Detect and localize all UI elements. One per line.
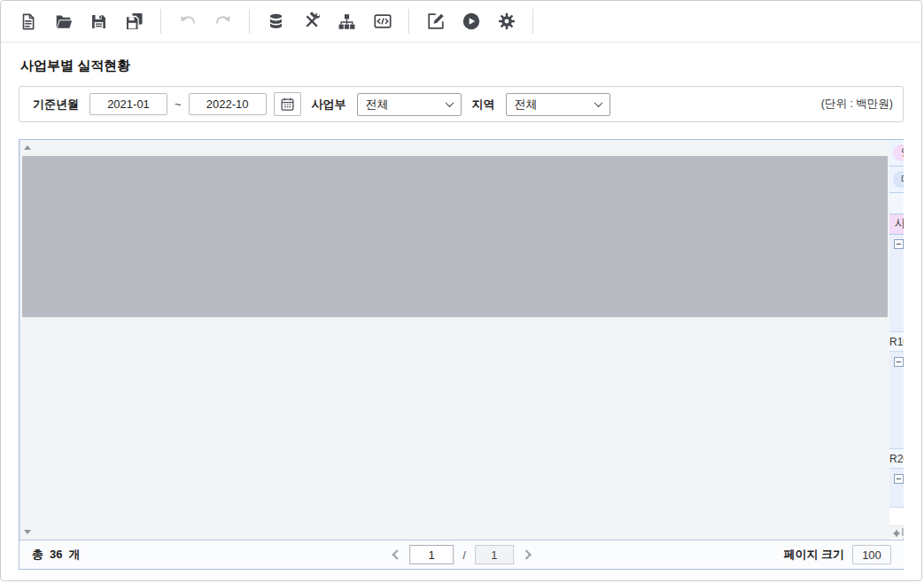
- data-source-button[interactable]: [265, 11, 287, 33]
- collapse-icon[interactable]: [894, 474, 904, 484]
- chevron-down-icon: [445, 98, 454, 107]
- data-table: R100서울사업부계절가전,653,422,151,555,068,639,13…: [889, 235, 904, 509]
- edit-button[interactable]: [424, 11, 446, 33]
- grid-footer: 총 36 개 / 1 페이지 크기: [19, 540, 904, 569]
- table-row: R200중부사업부계절가전,460,693,331,729,702,009,67…: [889, 352, 904, 371]
- period-from-input[interactable]: [89, 93, 167, 115]
- total-count: 총 36 개: [32, 547, 80, 563]
- unit-label: (단위 : 백만원): [821, 97, 893, 112]
- scroll-right-icon[interactable]: [896, 530, 900, 537]
- horizontal-scrollbar[interactable]: [889, 525, 904, 538]
- save-button[interactable]: [88, 11, 110, 33]
- period-to-input[interactable]: [189, 93, 267, 115]
- run-button[interactable]: [460, 11, 482, 33]
- column-header-table: 202101202102202103202104사업부코드사업부명제품대분류매출…: [889, 193, 904, 235]
- undo-button[interactable]: [176, 11, 198, 33]
- undo-icon: [178, 12, 198, 31]
- pagination: / 1: [393, 545, 530, 564]
- period-label: 기준년월: [33, 97, 79, 113]
- division-label: 사업부: [312, 97, 346, 113]
- table-row: R300강원사업부계절가전,310,526,921,066,440,772,92…: [889, 469, 904, 488]
- page-size-input[interactable]: [852, 545, 891, 564]
- division-select-value: 전체: [366, 97, 389, 113]
- pivot-field-chip[interactable]: 영업지역코드: [893, 144, 904, 161]
- period-tilde: ~: [175, 97, 182, 111]
- horizontal-scroll-thumb[interactable]: [902, 528, 904, 536]
- settings-button[interactable]: [495, 11, 517, 33]
- save-all-button[interactable]: [123, 11, 145, 33]
- code-icon: [373, 12, 392, 31]
- current-page-input[interactable]: [409, 545, 454, 564]
- pivot-axis-chip-row: 매출계획매출실적 년월 Measures: [889, 167, 904, 193]
- toolbar: [1, 1, 921, 43]
- open-folder-icon: [54, 12, 74, 31]
- pivot-filter-chip-row: 영업지역코드영업지역명제품중분류코드제품중분류명제품대분류코드제품코드제품명: [889, 140, 904, 167]
- total-label-cell: R200 Total: [889, 449, 904, 469]
- region-select-value: 전체: [515, 97, 538, 113]
- redo-button[interactable]: [212, 11, 234, 33]
- next-page-icon[interactable]: [521, 549, 531, 559]
- pivot-measure-chip-zone: 매출계획매출실적: [889, 167, 904, 192]
- save-all-icon: [125, 12, 144, 31]
- tools-button[interactable]: [300, 11, 322, 33]
- group-cell: R200: [889, 352, 904, 449]
- grid-main-area: 영업지역코드영업지역명제품중분류코드제품중분류명제품대분류코드제품코드제품명 매…: [889, 140, 904, 540]
- calendar-icon: [280, 97, 295, 112]
- region-label: 지역: [472, 97, 495, 113]
- filter-bar: 기준년월 ~ 사업부 전체 지역 전체 (단위 : 백만원): [19, 86, 904, 122]
- save-icon: [89, 12, 108, 31]
- page-size-control: 페이지 크기: [783, 545, 891, 564]
- collapse-icon[interactable]: [894, 357, 904, 367]
- edit-icon: [426, 12, 446, 31]
- toolbar-separator: [160, 9, 161, 34]
- header-corner-cell: [889, 193, 904, 214]
- total-label-cell: R100 Total: [889, 332, 904, 352]
- chevron-down-icon: [594, 98, 602, 107]
- toolbar-separator: [249, 9, 250, 34]
- previous-page-icon[interactable]: [392, 549, 402, 559]
- table-row: R200 Total,215,811,335,952,647,954,218,8…: [889, 449, 904, 469]
- pivot-field-chip[interactable]: 매출계획: [893, 171, 904, 188]
- redo-icon: [214, 12, 233, 31]
- new-document-icon: [19, 12, 37, 31]
- table-row: R100 Total,642,959,478,773,133,819,399,8…: [889, 332, 904, 352]
- vertical-scrollbar[interactable]: [19, 140, 889, 540]
- vertical-scroll-thumb[interactable]: [22, 156, 888, 317]
- app-window: 사업부별 실적현황 기준년월 ~ 사업부 전체 지역 전체 (단위 : 백만원)…: [0, 0, 922, 581]
- total-count-prefix: 총: [32, 547, 43, 563]
- table-row: R100서울사업부계절가전,653,422,151,555,068,639,13…: [889, 235, 904, 254]
- play-icon: [462, 12, 481, 31]
- grid-body: R100서울사업부계절가전,653,422,151,555,068,639,13…: [889, 235, 904, 525]
- hierarchy-button[interactable]: [336, 11, 358, 33]
- tools-icon: [302, 12, 322, 31]
- region-select[interactable]: 전체: [506, 93, 610, 116]
- collapse-icon[interactable]: [894, 239, 904, 249]
- row-field-header[interactable]: 사업부코드: [889, 214, 904, 234]
- page-title: 사업부별 실적현황: [20, 58, 921, 74]
- group-cell: R300: [889, 469, 904, 508]
- scroll-down-icon[interactable]: [24, 530, 31, 534]
- total-count-value: 36: [50, 548, 62, 561]
- page-separator: /: [462, 548, 466, 562]
- total-pages: 1: [475, 545, 514, 564]
- code-editor-button[interactable]: [371, 11, 393, 33]
- page-size-label: 페이지 크기: [783, 547, 844, 563]
- total-count-suffix: 개: [68, 547, 80, 563]
- calendar-button[interactable]: [274, 92, 301, 116]
- toolbar-separator: [408, 9, 409, 34]
- pivot-grid: 영업지역코드영업지역명제품중분류코드제품중분류명제품대분류코드제품코드제품명 매…: [19, 139, 904, 570]
- open-file-button[interactable]: [52, 11, 74, 33]
- gear-icon: [497, 12, 516, 31]
- group-cell: R100: [889, 235, 904, 332]
- new-document-button[interactable]: [17, 11, 39, 33]
- scroll-up-icon[interactable]: [24, 145, 31, 150]
- toolbar-separator: [532, 9, 533, 34]
- division-select[interactable]: 전체: [357, 93, 462, 116]
- sitemap-icon: [338, 12, 356, 31]
- database-icon: [267, 12, 285, 31]
